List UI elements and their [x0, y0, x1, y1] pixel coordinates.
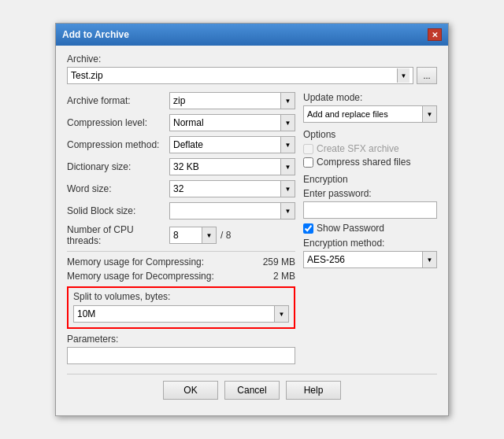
enc-method-value: AES-256 — [307, 254, 345, 265]
archive-value: Test.zip — [71, 70, 103, 81]
update-mode-label: Update mode: — [303, 92, 437, 103]
enc-method-label: Encryption method: — [303, 238, 384, 249]
compression-level-row: Compression level: Normal ▼ — [67, 114, 295, 131]
left-panel: Archive format: zip ▼ Compression level:… — [67, 92, 295, 371]
compression-method-row: Compression method: Deflate ▼ — [67, 136, 295, 153]
cpu-threads-arrow[interactable]: ▼ — [202, 227, 216, 243]
enc-method-combo[interactable]: AES-256 ▼ — [303, 251, 437, 268]
split-section: Split to volumes, bytes: 10M ▼ — [67, 286, 295, 329]
memory-decompress-value: 2 MB — [252, 271, 295, 282]
encryption-group: Encryption Enter password: Show Password… — [303, 174, 437, 268]
right-panel: Update mode: Add and replace files ▼ Opt… — [303, 92, 437, 371]
dialog-title: Add to Archive — [62, 29, 129, 40]
enc-method-arrow[interactable]: ▼ — [422, 252, 436, 267]
close-button[interactable]: ✕ — [428, 28, 442, 41]
compression-level-label: Compression level: — [67, 117, 169, 128]
compression-level-combo[interactable]: Normal ▼ — [169, 114, 295, 131]
dictionary-size-arrow[interactable]: ▼ — [280, 159, 295, 175]
word-size-label: Word size: — [67, 183, 169, 194]
word-size-combo[interactable]: 32 ▼ — [169, 180, 295, 197]
enc-method-combo-wrapper: AES-256 ▼ — [303, 251, 437, 268]
word-size-arrow[interactable]: ▼ — [280, 181, 295, 197]
cpu-threads-label: Number of CPU threads: — [67, 224, 169, 246]
solid-block-size-label: Solid Block size: — [67, 205, 169, 216]
cancel-button[interactable]: Cancel — [224, 381, 280, 400]
title-bar: Add to Archive ✕ — [56, 24, 448, 46]
encryption-title: Encryption — [303, 174, 437, 185]
dictionary-size-value: 32 KB — [173, 161, 280, 172]
parameters-label: Parameters: — [67, 334, 295, 345]
archive-format-value: zip — [173, 95, 280, 106]
compression-method-label: Compression method: — [67, 139, 169, 150]
create-sfx-label: Create SFX archive — [317, 143, 399, 154]
cpu-threads-value: 8 — [173, 230, 202, 241]
main-area: Archive format: zip ▼ Compression level:… — [67, 92, 437, 371]
cpu-threads-combo[interactable]: 8 ▼ — [169, 227, 217, 244]
split-value: 10M — [77, 308, 95, 319]
archive-combo[interactable]: Test.zip ▼ — [67, 67, 413, 84]
dictionary-size-combo[interactable]: 32 KB ▼ — [169, 158, 295, 175]
memory-decompress-label: Memory usage for Decompressing: — [67, 271, 252, 282]
show-password-checkbox[interactable] — [303, 223, 313, 234]
compression-method-arrow[interactable]: ▼ — [280, 137, 295, 153]
parameters-input[interactable] — [67, 347, 295, 364]
dialog-content: Archive: Test.zip ▼ ... Archive format: … — [56, 46, 448, 415]
memory-compress-value: 259 MB — [252, 256, 295, 267]
archive-format-arrow[interactable]: ▼ — [280, 93, 295, 109]
help-button[interactable]: Help — [286, 381, 341, 400]
solid-block-size-arrow[interactable]: ▼ — [280, 203, 295, 219]
archive-format-row: Archive format: zip ▼ — [67, 92, 295, 109]
show-password-row: Show Password — [303, 223, 437, 234]
options-group: Options Create SFX archive Compress shar… — [303, 129, 437, 168]
memory-compress-row: Memory usage for Compressing: 259 MB — [67, 256, 295, 267]
update-mode-arrow[interactable]: ▼ — [422, 106, 436, 122]
compression-method-combo[interactable]: Deflate ▼ — [169, 136, 295, 153]
password-label: Enter password: — [303, 188, 437, 199]
word-size-value: 32 — [173, 183, 280, 194]
dictionary-size-label: Dictionary size: — [67, 161, 169, 172]
solid-block-size-combo[interactable]: ▼ — [169, 202, 295, 220]
cpu-threads-max: / 8 — [220, 230, 231, 241]
memory-decompress-row: Memory usage for Decompressing: 2 MB — [67, 271, 295, 282]
archive-format-combo[interactable]: zip ▼ — [169, 92, 295, 109]
compress-shared-label: Compress shared files — [317, 157, 410, 168]
compress-shared-row: Compress shared files — [303, 157, 437, 168]
archive-format-label: Archive format: — [67, 95, 169, 106]
split-combo[interactable]: 10M ▼ — [73, 305, 289, 323]
divider — [67, 251, 295, 252]
update-mode-value: Add and replace files — [307, 109, 422, 119]
compression-method-value: Deflate — [173, 139, 280, 150]
ok-button[interactable]: OK — [163, 381, 218, 400]
password-input[interactable] — [303, 201, 437, 219]
options-title: Options — [303, 129, 437, 140]
word-size-row: Word size: 32 ▼ — [67, 180, 295, 197]
button-row: OK Cancel Help — [67, 374, 437, 408]
compression-level-value: Normal — [173, 117, 280, 128]
archive-combo-arrow[interactable]: ▼ — [397, 68, 410, 83]
split-combo-arrow[interactable]: ▼ — [274, 306, 288, 322]
create-sfx-checkbox[interactable] — [303, 144, 313, 154]
dictionary-size-row: Dictionary size: 32 KB ▼ — [67, 158, 295, 175]
update-mode-combo[interactable]: Add and replace files ▼ — [303, 105, 437, 123]
solid-block-size-row: Solid Block size: ▼ — [67, 202, 295, 220]
split-label: Split to volumes, bytes: — [73, 291, 289, 302]
show-password-label: Show Password — [317, 223, 384, 234]
compression-level-arrow[interactable]: ▼ — [280, 115, 295, 131]
browse-button[interactable]: ... — [417, 67, 437, 84]
create-sfx-row: Create SFX archive — [303, 143, 437, 154]
parameters-section: Parameters: — [67, 334, 295, 364]
archive-row: Test.zip ▼ ... — [67, 67, 437, 84]
cpu-threads-row: Number of CPU threads: 8 ▼ / 8 — [67, 224, 295, 246]
archive-label: Archive: — [67, 53, 437, 65]
add-to-archive-dialog: Add to Archive ✕ Archive: Test.zip ▼ ...… — [55, 23, 449, 416]
memory-compress-label: Memory usage for Compressing: — [67, 256, 252, 267]
encryption-method-row: Encryption method: — [303, 238, 437, 249]
compress-shared-checkbox[interactable] — [303, 157, 313, 168]
